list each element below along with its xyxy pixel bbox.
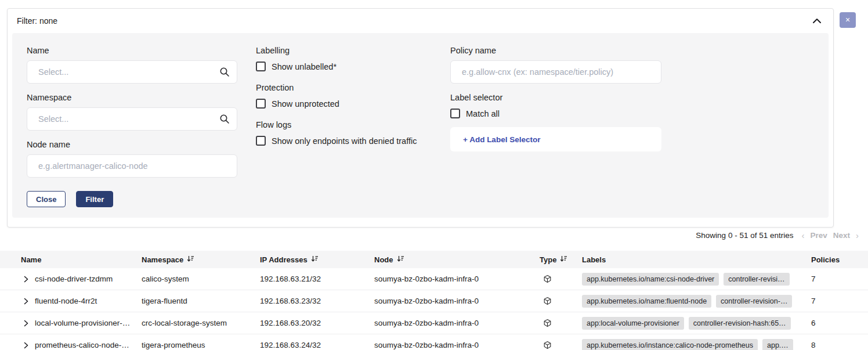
match-all-label: Match all bbox=[466, 109, 500, 118]
table-row[interactable]: prometheus-calico-node-… tigera-promethe… bbox=[0, 334, 868, 350]
show-unprotected-label: Show unprotected bbox=[272, 99, 339, 109]
namespace-field-label: Namespace bbox=[27, 93, 237, 102]
sort-icon[interactable] bbox=[187, 255, 194, 264]
label-chip: app:local-volume-provisioner bbox=[582, 317, 684, 330]
filter-button[interactable]: Filter bbox=[76, 191, 113, 207]
prev-button[interactable]: Prev bbox=[810, 231, 827, 240]
column-header-node[interactable]: Node bbox=[374, 255, 540, 264]
endpoint-node: soumya-bz-0zbo-kadm-infra-0 bbox=[374, 319, 540, 327]
show-unlabelled-checkbox[interactable] bbox=[256, 62, 266, 71]
collapse-panel-button[interactable] bbox=[812, 17, 822, 26]
label-chip: app.… bbox=[762, 339, 793, 350]
show-unprotected-checkbox[interactable] bbox=[256, 99, 266, 109]
table-row[interactable]: csi-node-driver-tzdmm calico-system 192.… bbox=[0, 268, 868, 290]
close-button[interactable]: Close bbox=[27, 191, 66, 207]
node-name-input[interactable] bbox=[27, 154, 237, 178]
column-header-name: Name bbox=[21, 255, 142, 264]
sort-icon[interactable] bbox=[560, 255, 567, 264]
label-chip: app.kubernetes.io/name:fluentd-node bbox=[582, 295, 711, 308]
endpoint-name: local-volume-provisioner-… bbox=[35, 319, 130, 327]
label-chip: controller-revision-hash:65… bbox=[689, 317, 791, 330]
endpoint-policies-count: 7 bbox=[806, 275, 868, 283]
pod-type-icon bbox=[540, 275, 582, 283]
flow-logs-section-label: Flow logs bbox=[256, 120, 431, 129]
label-chip: app.kubernetes.io/instance:calico-node-p… bbox=[582, 339, 758, 350]
search-icon bbox=[219, 67, 230, 80]
column-header-labels: Labels bbox=[582, 255, 806, 264]
sort-icon[interactable] bbox=[397, 255, 404, 264]
expand-row-icon[interactable] bbox=[24, 320, 28, 327]
filter-title: Filter: none bbox=[17, 16, 57, 26]
endpoint-namespace: calico-system bbox=[142, 275, 260, 283]
expand-row-icon[interactable] bbox=[24, 342, 28, 349]
name-field-label: Name bbox=[27, 46, 237, 55]
node-name-field bbox=[27, 154, 237, 178]
denied-traffic-option: Show only endpoints with denied traffic bbox=[256, 136, 431, 146]
namespace-select bbox=[27, 107, 237, 131]
show-unlabelled-label: Show unlabelled* bbox=[272, 62, 337, 71]
endpoint-policies-count: 8 bbox=[806, 341, 868, 349]
show-unprotected-option: Show unprotected bbox=[256, 99, 431, 109]
expand-row-icon[interactable] bbox=[24, 276, 28, 283]
endpoint-name: prometheus-calico-node-… bbox=[35, 341, 129, 349]
column-header-ip-addresses[interactable]: IP Addresses bbox=[260, 255, 374, 264]
protection-section-label: Protection bbox=[256, 83, 431, 92]
endpoint-ip: 192.168.63.24/32 bbox=[260, 341, 374, 349]
policy-name-input[interactable] bbox=[450, 60, 661, 84]
policy-name-field-label: Policy name bbox=[450, 46, 661, 55]
endpoints-table: Name Namespace IP Addresses Node Type bbox=[0, 251, 868, 350]
endpoint-namespace: tigera-fluentd bbox=[142, 297, 260, 305]
denied-traffic-label: Show only endpoints with denied traffic bbox=[272, 136, 417, 146]
page-nav: ‹ Prev Next › bbox=[801, 230, 859, 240]
pagination: Showing 0 - 51 of 51 entries ‹ Prev Next… bbox=[696, 230, 859, 240]
filter-actions: Close Filter bbox=[27, 191, 237, 207]
label-chip: controller-revision-… bbox=[716, 295, 792, 308]
endpoint-namespace: crc-local-storage-system bbox=[142, 319, 260, 327]
labelling-section-label: Labelling bbox=[256, 46, 431, 55]
dismiss-filter-button[interactable]: × bbox=[840, 12, 856, 28]
filter-panel-header: Filter: none bbox=[8, 9, 833, 33]
filter-panel: Filter: none Name Namespace bbox=[7, 8, 834, 228]
filter-column-right: Policy name Label selector Match all + A… bbox=[450, 46, 661, 207]
column-header-type[interactable]: Type bbox=[540, 255, 582, 264]
prev-arrow-icon[interactable]: ‹ bbox=[801, 230, 804, 240]
add-label-selector-button[interactable]: + Add Label Selector bbox=[450, 127, 661, 151]
policy-name-field bbox=[450, 60, 661, 84]
next-arrow-icon[interactable]: › bbox=[856, 230, 859, 240]
endpoint-name: csi-node-driver-tzdmm bbox=[35, 275, 113, 283]
table-row[interactable]: fluentd-node-4rr2t tigera-fluentd 192.16… bbox=[0, 290, 868, 312]
endpoint-node: soumya-bz-0zbo-kadm-infra-0 bbox=[374, 297, 540, 305]
endpoint-labels: app.kubernetes.io/name:csi-node-driver c… bbox=[582, 273, 806, 286]
name-select-input[interactable] bbox=[27, 60, 237, 84]
filter-column-left: Name Namespace Node name Close Filt bbox=[27, 46, 237, 207]
endpoint-namespace: tigera-prometheus bbox=[142, 341, 260, 349]
chevron-up-icon bbox=[812, 17, 822, 26]
pod-type-icon bbox=[540, 319, 582, 327]
endpoint-labels: app.kubernetes.io/name:fluentd-node cont… bbox=[582, 295, 806, 308]
filter-form: Name Namespace Node name Close Filt bbox=[12, 33, 829, 218]
endpoint-ip: 192.168.63.21/32 bbox=[260, 275, 374, 283]
endpoint-policies-count: 6 bbox=[806, 319, 868, 327]
match-all-checkbox[interactable] bbox=[450, 109, 460, 118]
node-name-field-label: Node name bbox=[27, 140, 237, 149]
sort-icon[interactable] bbox=[311, 255, 319, 264]
expand-row-icon[interactable] bbox=[24, 298, 28, 305]
table-header-row: Name Namespace IP Addresses Node Type bbox=[0, 251, 868, 268]
endpoint-labels: app:local-volume-provisioner controller-… bbox=[582, 317, 806, 330]
namespace-select-input[interactable] bbox=[27, 107, 237, 131]
endpoint-ip: 192.168.63.23/32 bbox=[260, 297, 374, 305]
pod-type-icon bbox=[540, 297, 582, 305]
column-header-policies: Policies bbox=[806, 255, 868, 264]
denied-traffic-checkbox[interactable] bbox=[256, 136, 266, 146]
table-row[interactable]: local-volume-provisioner-… crc-local-sto… bbox=[0, 312, 868, 334]
column-header-namespace[interactable]: Namespace bbox=[142, 255, 260, 264]
name-select bbox=[27, 60, 237, 84]
endpoint-policies-count: 7 bbox=[806, 297, 868, 305]
next-button[interactable]: Next bbox=[833, 231, 850, 240]
endpoint-node: soumya-bz-0zbo-kadm-infra-0 bbox=[374, 341, 540, 349]
endpoint-name: fluentd-node-4rr2t bbox=[35, 297, 97, 305]
label-chip: controller-revisi… bbox=[724, 273, 789, 286]
match-all-option: Match all bbox=[450, 109, 661, 118]
close-icon: × bbox=[845, 15, 850, 24]
search-icon bbox=[219, 114, 230, 127]
